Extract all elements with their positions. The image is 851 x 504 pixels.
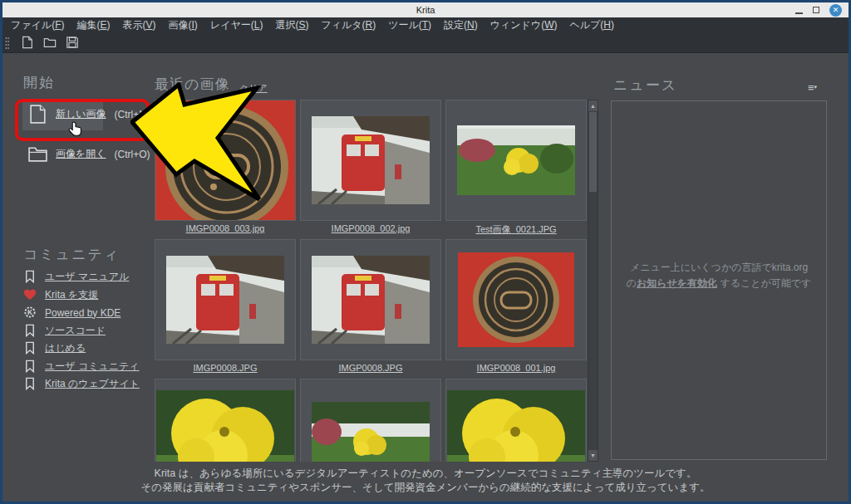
new-document-icon[interactable] [21, 36, 35, 50]
menu-item-N[interactable]: 設定(N) [444, 18, 478, 32]
bookmark-icon [23, 377, 37, 391]
menu-item-T[interactable]: ツール(T) [388, 18, 431, 32]
community-link-0[interactable]: ユーザ マニュアル [23, 268, 156, 286]
footer-text: Krita は、あらゆる場所にいるデジタルアーティストのための、オープンソースで… [2, 467, 849, 495]
news-message-suffix: することが可能です [717, 277, 811, 289]
recent-image-cell-1: IMGP0008_002.jpg [300, 100, 441, 239]
bookmark-icon [23, 324, 37, 338]
news-message: メニュー上にいくつかの言語でkrita.org のお知らせを有効化 することが可… [624, 260, 814, 291]
community-link-4[interactable]: はじめる [23, 340, 156, 358]
open-image-shortcut: (Ctrl+O) [115, 149, 150, 160]
menu-item-W[interactable]: ウィンドウ(W) [490, 18, 558, 32]
menu-item-H[interactable]: ヘルプ(H) [570, 18, 615, 32]
menu-item-E[interactable]: 編集(E) [76, 18, 110, 32]
news-section-heading: ニュース [613, 76, 677, 95]
window-controls: ✕ [795, 2, 842, 17]
community-link-label: ユーザ マニュアル [45, 270, 129, 284]
svg-text:K: K [27, 309, 33, 317]
community-link-3[interactable]: ソースコード [23, 322, 156, 340]
close-button[interactable]: ✕ [829, 4, 842, 17]
recent-image-cell-0: IMGP0008_003.jpg [155, 100, 296, 239]
community-link-5[interactable]: ユーザ コミュニティ [23, 358, 156, 376]
bookmark-icon [23, 341, 37, 355]
bookmark-icon [23, 360, 37, 374]
minimize-button[interactable] [795, 12, 803, 14]
menu-bar: ファイル(F)編集(E)表示(V)画像(I)レイヤー(L)選択(S)フィルタ(R… [2, 17, 849, 33]
kde-icon: K [23, 306, 37, 320]
recent-image-cell-8 [445, 379, 587, 462]
maximize-button[interactable] [813, 7, 819, 13]
menu-item-I[interactable]: 画像(I) [169, 18, 198, 32]
menu-item-F[interactable]: ファイル(F) [11, 18, 64, 32]
thumbnail-caption[interactable]: IMGP0008.JPG [193, 363, 257, 373]
krita-window: Krita ✕ ファイル(F)編集(E)表示(V)画像(I)レイヤー(L)選択(… [0, 0, 851, 504]
recent-images-heading: 最近の画像 [155, 75, 229, 94]
open-image-button[interactable]: 画像を開く (Ctrl+O) [27, 144, 150, 164]
main-toolbar [2, 33, 849, 53]
thumbnail-caption[interactable]: IMGP0008_002.jpg [332, 223, 411, 233]
hamburger-icon[interactable]: ≡▾ [808, 81, 824, 93]
new-image-button[interactable]: 新しい画像 (Ctrl+N) [27, 104, 150, 125]
community-section-heading: コミュニティ [23, 245, 120, 264]
news-enable-link[interactable]: お知らせを有効化 [637, 277, 717, 289]
community-links: ユーザ マニュアルKrita を支援KPowered by KDEソースコードは… [23, 268, 156, 394]
recent-images-grid: IMGP0008_003.jpgIMGP0008_002.jpgTest画像_0… [155, 100, 587, 462]
community-link-label: Powered by KDE [45, 307, 121, 319]
thumbnail-medallion-wide[interactable] [445, 239, 587, 360]
new-image-shortcut: (Ctrl+N) [115, 109, 150, 120]
thumbnail-train[interactable] [300, 239, 441, 360]
new-document-icon [27, 104, 48, 125]
footer-line1: Krita は、あらゆる場所にいるデジタルアーティストのための、オープンソースで… [2, 467, 849, 481]
menu-item-S[interactable]: 選択(S) [275, 18, 308, 32]
news-panel: メニュー上にいくつかの言語でkrita.org のお知らせを有効化 することが可… [611, 100, 827, 460]
open-folder-icon[interactable] [43, 36, 57, 50]
thumbnail-flower-small[interactable] [300, 379, 441, 462]
recent-image-cell-4: IMGP0008.JPG [300, 239, 441, 379]
thumbnail-caption[interactable]: Test画像_0021.JPG [475, 223, 556, 236]
community-link-2[interactable]: KPowered by KDE [23, 304, 156, 322]
community-link-label: Krita のウェブサイト [45, 377, 140, 391]
thumbnail-flower-large[interactable] [155, 379, 296, 462]
save-icon[interactable] [66, 36, 80, 50]
recent-image-cell-5: IMGP0008_001.jpg [445, 239, 587, 379]
new-image-label: 新しい画像 [56, 107, 106, 121]
start-section-heading: 開始 [23, 73, 55, 92]
open-folder-icon [27, 144, 48, 164]
thumbnail-caption[interactable]: IMGP0008_003.jpg [186, 223, 265, 233]
community-link-1[interactable]: Krita を支援 [23, 286, 156, 305]
recent-image-cell-7 [300, 379, 441, 462]
thumbnail-caption[interactable]: IMGP0008_001.jpg [477, 363, 556, 373]
thumbnail-train[interactable] [300, 100, 441, 221]
recent-image-cell-3: IMGP0008.JPG [155, 239, 296, 379]
title-bar: Krita ✕ [2, 2, 849, 17]
thumbnail-flower-large[interactable] [445, 379, 587, 462]
menu-item-L[interactable]: レイヤー(L) [210, 18, 263, 32]
community-link-label: ユーザ コミュニティ [45, 360, 140, 374]
thumbnail-flower-bush[interactable] [445, 100, 587, 221]
window-title: Krita [416, 5, 435, 15]
thumbnail-medallion[interactable] [155, 100, 296, 221]
recent-image-cell-2: Test画像_0021.JPG [445, 100, 587, 239]
toolbar-drag-handle[interactable] [5, 37, 9, 50]
open-image-label: 画像を開く [56, 147, 106, 161]
recent-grid-scrollbar[interactable]: ▲ ▼ [588, 100, 598, 462]
clear-recent-link[interactable]: クリア [239, 82, 268, 95]
scroll-down-button[interactable]: ▼ [588, 450, 598, 461]
community-link-label: はじめる [45, 341, 86, 355]
scroll-up-button[interactable]: ▲ [588, 100, 598, 111]
community-link-label: ソースコード [45, 324, 106, 338]
community-link-label: Krita を支援 [45, 288, 98, 302]
menu-item-R[interactable]: フィルタ(R) [321, 18, 376, 32]
footer-line2: その発展は貢献者コミュニティやスポンサー、そして開発資金メンバーからの継続的な支… [2, 481, 849, 495]
bookmark-icon [23, 270, 37, 284]
thumbnail-caption[interactable]: IMGP0008.JPG [338, 363, 402, 373]
scrollbar-thumb[interactable] [589, 112, 597, 192]
recent-image-cell-6 [155, 379, 296, 462]
menu-item-V[interactable]: 表示(V) [122, 18, 155, 32]
heart-icon [23, 288, 37, 302]
community-link-6[interactable]: Krita のウェブサイト [23, 375, 156, 394]
thumbnail-train[interactable] [155, 239, 296, 360]
